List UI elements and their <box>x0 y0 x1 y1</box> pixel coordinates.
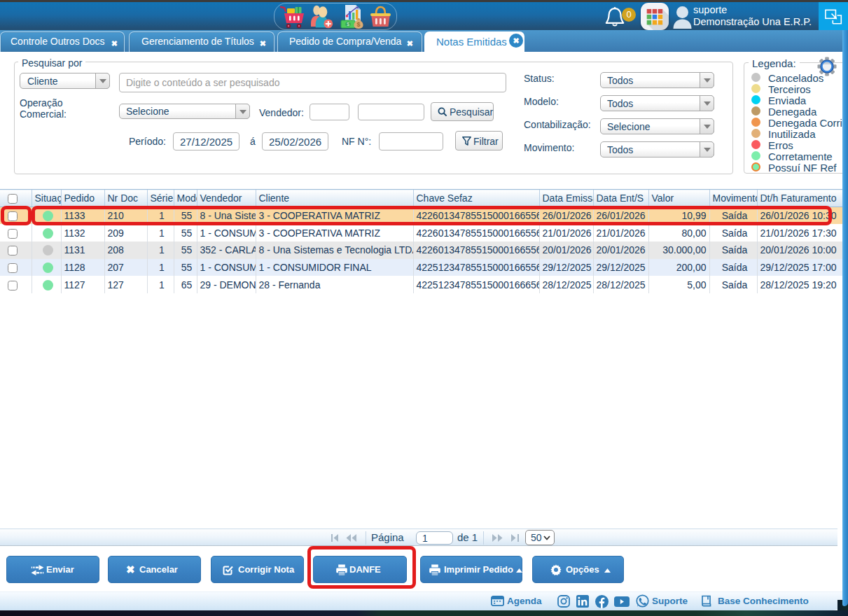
svg-text:$: $ <box>356 21 360 28</box>
